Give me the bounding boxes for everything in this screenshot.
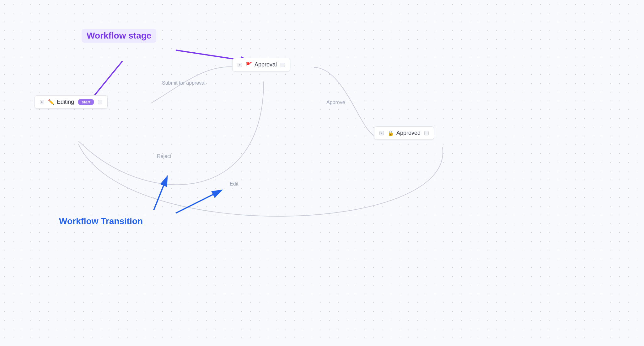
editing-icon: ✏️ [48,99,54,105]
editing-node[interactable]: ▶ ✏️ Editing start [35,95,108,109]
approved-right-handle [424,131,429,135]
start-badge: start [78,99,94,105]
workflow-transition-label: Workflow Transition [59,216,143,226]
editing-right-handle [98,100,102,104]
approval-label: Approval [255,61,277,68]
editing-label: Editing [57,99,74,105]
svg-line-3 [176,191,220,213]
approval-left-handle: ▶ [238,63,242,67]
approval-icon: 🚩 [246,62,252,68]
approved-label: Approved [396,130,421,136]
approval-right-handle [281,63,285,67]
editing-arrow-icon: ▶ [41,101,43,103]
editing-left-handle: ▶ [40,100,44,104]
reject-transition-label: Reject [157,154,171,159]
approved-node[interactable]: ▶ 🔒 Approved [374,126,434,140]
svg-line-2 [154,179,166,210]
approved-icon: 🔒 [388,130,394,136]
approval-node[interactable]: ▶ 🚩 Approval [232,58,290,71]
approved-arrow-icon: ▶ [381,132,383,134]
approved-left-handle: ▶ [379,131,384,135]
workflow-stage-label: Workflow stage [82,29,156,43]
approval-arrow-icon: ▶ [239,63,241,66]
edit-transition-label: Edit [230,181,239,187]
approve-transition-label: Approve [326,100,345,105]
submit-transition-label: Submit for approval [162,80,206,86]
